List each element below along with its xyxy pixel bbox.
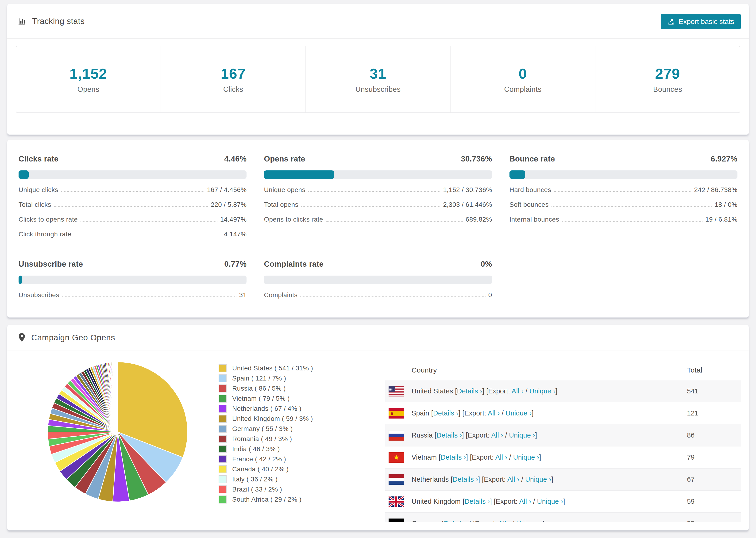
progress-track	[264, 170, 492, 179]
details-link[interactable]: Details ›	[465, 498, 490, 505]
legend-item: United Kingdom ( 59 / 3% )	[219, 413, 313, 424]
export-unique-link[interactable]: Unique ›	[525, 476, 551, 483]
flag-ru	[389, 430, 404, 441]
geo-pie-wrap	[46, 360, 189, 504]
legend-swatch	[219, 455, 227, 463]
details-link[interactable]: Details ›	[433, 409, 459, 417]
table-row: Germany [Details ›] [Export: All › / Uni…	[385, 512, 741, 522]
metric-value: 0	[488, 291, 492, 299]
details-link[interactable]: Details ›	[444, 520, 469, 522]
stat-cell-opens: 1,152Opens	[16, 46, 161, 112]
legend-swatch	[219, 465, 227, 473]
legend-label: South Africa ( 29 / 2% )	[232, 496, 301, 503]
stat-label: Complaints	[504, 85, 541, 94]
export-unique-link[interactable]: Unique ›	[516, 520, 542, 522]
stat-label: Bounces	[653, 85, 682, 94]
details-link[interactable]: Details ›	[453, 476, 478, 483]
export-unique-link[interactable]: Unique ›	[537, 498, 563, 505]
legend-label: Romania ( 49 / 3% )	[232, 435, 292, 443]
progress-fill	[264, 170, 334, 179]
dashboard-page: Tracking stats Export basic stats 1,152O…	[0, 0, 756, 538]
flag-image	[389, 497, 404, 507]
country-total: 55	[687, 520, 741, 522]
legend-label: Canada ( 40 / 2% )	[232, 465, 289, 473]
export-all-link[interactable]: All ›	[488, 409, 500, 417]
country-total: 67	[687, 476, 741, 483]
export-all-link[interactable]: All ›	[519, 498, 531, 505]
table-row: Vietnam [Details ›] [Export: All › / Uni…	[385, 446, 741, 468]
details-link[interactable]: Details ›	[436, 431, 462, 439]
stat-cell-bounces: 279Bounces	[595, 46, 740, 112]
country-total: 79	[687, 454, 741, 461]
stat-cell-clicks: 167Clicks	[161, 46, 305, 112]
export-basic-stats-button[interactable]: Export basic stats	[661, 14, 741, 29]
rates-card: Clicks rate4.46%Unique clicks167 / 4.456…	[7, 140, 749, 318]
flag-de	[389, 518, 404, 522]
export-basic-stats-label: Export basic stats	[678, 18, 734, 26]
rate-title: Complaints rate	[264, 260, 324, 269]
export-unique-link[interactable]: Unique ›	[509, 431, 535, 439]
metric-value: 14.497%	[220, 216, 247, 223]
metric-label: Internal bounces	[510, 216, 559, 223]
legend-swatch	[219, 425, 227, 433]
stats-row: 1,152Opens167Clicks31Unsubscribes0Compla…	[16, 46, 740, 113]
export-icon	[667, 18, 675, 26]
details-link[interactable]: Details ›	[441, 454, 466, 461]
country-name: Vietnam [	[411, 454, 441, 461]
geo-table: Country Total United States [Details ›] …	[385, 360, 741, 522]
dotted-leader	[61, 191, 204, 192]
legend-label: United States ( 541 / 31% )	[232, 364, 313, 372]
rate-title: Bounce rate	[510, 154, 555, 163]
flag-image	[389, 386, 404, 397]
legend-label: Brazil ( 33 / 2% )	[232, 486, 282, 493]
metric-label: Opens to clicks rate	[264, 216, 323, 223]
metric-label: Total opens	[264, 201, 298, 208]
metric-value: 220 / 5.87%	[211, 201, 247, 208]
tracking-stats-header: Tracking stats Export basic stats	[7, 4, 749, 39]
export-unique-link[interactable]: Unique ›	[529, 387, 556, 395]
progress-track	[264, 276, 492, 284]
stat-cell-complaints: 0Complaints	[450, 46, 595, 112]
column-header-country: Country	[411, 366, 687, 374]
country-total: 541	[687, 387, 741, 395]
dotted-leader	[562, 221, 703, 222]
legend-item: Brazil ( 33 / 2% )	[219, 484, 313, 494]
pie-legend: United States ( 541 / 31% )Spain ( 121 /…	[219, 363, 313, 505]
flag-nl	[389, 474, 404, 485]
export-all-link[interactable]: All ›	[507, 476, 519, 483]
export-all-link[interactable]: All ›	[495, 454, 507, 461]
table-row: Spain [Details ›] [Export: All › / Uniqu…	[385, 402, 741, 424]
pie-slice[interactable]	[117, 362, 118, 432]
legend-swatch	[219, 364, 227, 372]
metric-label: Soft bounces	[510, 201, 549, 208]
stat-value: 167	[221, 65, 245, 82]
legend-item: India ( 46 / 3% )	[219, 444, 313, 454]
flag-us	[389, 386, 404, 397]
legend-swatch	[219, 415, 227, 423]
metric-value: 18 / 0%	[715, 201, 737, 208]
flag-image	[389, 408, 404, 418]
export-all-link[interactable]: All ›	[512, 387, 523, 395]
legend-label: France ( 42 / 2% )	[232, 456, 286, 463]
country-name: Germany [	[411, 520, 444, 522]
country-name: United States [	[411, 387, 457, 395]
dotted-leader	[62, 296, 236, 297]
rate-metric-row: Unique clicks167 / 4.456%	[19, 186, 246, 194]
progress-fill	[19, 170, 28, 179]
country-cell: Spain [Details ›] [Export: All › / Uniqu…	[411, 409, 687, 417]
rate-title: Opens rate	[264, 154, 305, 163]
progress-fill	[19, 276, 22, 284]
table-row: United States [Details ›] [Export: All ›…	[385, 380, 741, 402]
country-cell: Russia [Details ›] [Export: All › / Uniq…	[411, 431, 687, 439]
export-unique-link[interactable]: Unique ›	[506, 409, 531, 417]
export-all-link[interactable]: All ›	[499, 520, 511, 522]
country-cell: United States [Details ›] [Export: All ›…	[411, 387, 687, 395]
legend-swatch	[219, 496, 227, 504]
geo-header: Campaign Geo Opens	[7, 325, 749, 350]
details-link[interactable]: Details ›	[457, 387, 482, 395]
export-unique-link[interactable]: Unique ›	[513, 454, 539, 461]
legend-item: Canada ( 40 / 2% )	[219, 464, 313, 474]
flag-image	[389, 518, 404, 522]
legend-item: South Africa ( 29 / 2% )	[219, 494, 313, 505]
export-all-link[interactable]: All ›	[491, 431, 503, 439]
